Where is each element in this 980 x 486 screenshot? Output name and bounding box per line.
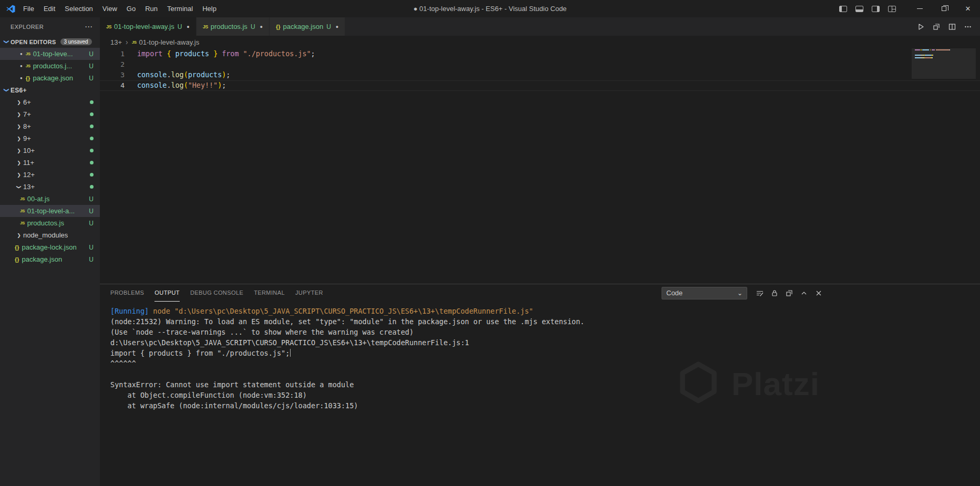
git-untracked-badge: U (178, 23, 182, 30)
run-code-button[interactable] (916, 22, 925, 32)
line-number: 2 (100, 59, 125, 70)
output-line: d:\Users\pc\Desktop\5_JAVA_SCRIPT\CURSO_… (110, 337, 980, 348)
folder-name: 9+ (23, 135, 31, 142)
clear-output-icon[interactable] (754, 287, 766, 299)
explorer-more-actions-icon[interactable]: ⋯ (85, 22, 92, 32)
close-button[interactable]: ✕ (956, 0, 980, 17)
tree-folder-6+[interactable]: ❯6+ (0, 96, 100, 108)
window-title: ● 01-top-level-away.js - ES6+ - Visual S… (414, 5, 567, 13)
close-panel-icon[interactable] (812, 287, 825, 299)
menu-edit[interactable]: Edit (39, 0, 60, 17)
output-line: (Use `node --trace-warnings ...` to show… (110, 327, 980, 337)
modified-dot-icon[interactable]: ● (20, 64, 23, 68)
tree-folder-13+[interactable]: ❯13+ (0, 181, 100, 193)
minimap-slider[interactable] (912, 48, 976, 79)
file-name: 00-at.js (27, 195, 50, 203)
explorer-title: EXPLORER (11, 24, 44, 30)
toggle-secondary-sidebar-icon[interactable] (872, 6, 880, 12)
tree-file-01-top-level-a...[interactable]: JS01-top-level-a...U (0, 205, 100, 217)
git-changes-dot (90, 185, 94, 189)
workspace-section-header[interactable]: ❯ ES6+ (0, 84, 100, 96)
panel-actions: Code ⌄ (662, 287, 825, 299)
git-untracked-badge: U (89, 220, 94, 227)
code-editor[interactable]: 1import { products } from "./productos.j… (100, 48, 980, 284)
tree-folder-8+[interactable]: ❯8+ (0, 120, 100, 132)
panel-tab-terminal[interactable]: TERMINAL (254, 284, 285, 302)
menu-terminal[interactable]: Terminal (162, 0, 198, 17)
folder-name: 6+ (23, 98, 31, 106)
open-changes-icon[interactable] (932, 22, 941, 32)
js-file-icon: JS (106, 24, 111, 29)
git-untracked-badge: U (89, 195, 94, 203)
output-line: ^^^^^^ (110, 358, 980, 369)
js-file-icon: JS (20, 221, 25, 225)
layout-controls (839, 6, 896, 12)
tree-folder-node_modules[interactable]: ❯node_modules (0, 229, 100, 241)
chevron-down-icon: ❯ (4, 86, 9, 95)
menu-run[interactable]: Run (140, 0, 162, 17)
tab-01-top-level-away.js[interactable]: JS01-top-level-away.jsU● (100, 17, 197, 36)
tree-file-package.json[interactable]: {}package.jsonU (0, 253, 100, 265)
split-editor-icon[interactable] (947, 22, 957, 32)
git-untracked-badge: U (89, 256, 94, 263)
output-channel-select[interactable]: Code ⌄ (662, 287, 747, 299)
chevron-right-icon: ❯ (15, 112, 23, 117)
chevron-right-icon: ❯ (15, 124, 23, 129)
tab-label: package.json (283, 23, 324, 30)
toggle-sidebar-icon[interactable] (839, 6, 847, 12)
modified-dot-icon[interactable]: ● (260, 24, 263, 29)
menu-go[interactable]: Go (122, 0, 140, 17)
git-untracked-badge: U (89, 244, 94, 251)
code-line: 2 (100, 59, 980, 70)
panel-tab-problems[interactable]: PROBLEMS (110, 284, 144, 302)
explorer-sidebar: EXPLORER ⋯ ❯ OPEN EDITORS 3 unsaved ●JS0… (0, 17, 100, 486)
tree-folder-11+[interactable]: ❯11+ (0, 157, 100, 169)
tab-package.json[interactable]: {}package.jsonU● (270, 17, 345, 36)
output-line: [Running] node "d:\Users\pc\Desktop\5_JA… (110, 306, 980, 316)
menu-file[interactable]: File (18, 0, 39, 17)
maximize-panel-icon[interactable] (798, 287, 810, 299)
more-actions-icon[interactable] (963, 22, 973, 32)
code-lines: 1import { products } from "./productos.j… (100, 49, 980, 91)
lock-autoscroll-icon[interactable] (768, 287, 781, 299)
code-text: import { products } from "./productos.js… (137, 49, 315, 59)
breadcrumb-folder[interactable]: 13+ (110, 38, 122, 46)
breadcrumb-file[interactable]: 01-top-level-away.js (139, 38, 200, 46)
minimap[interactable] (915, 49, 973, 60)
git-changes-dot (90, 125, 94, 128)
menu-bar: FileEditSelectionViewGoRunTerminalHelp (18, 0, 221, 17)
open-output-in-editor-icon[interactable] (783, 287, 796, 299)
toggle-panel-icon[interactable] (855, 6, 863, 12)
restore-button[interactable] (932, 0, 956, 17)
tree-folder-12+[interactable]: ❯12+ (0, 169, 100, 181)
open-editor-item[interactable]: ●JS01-top-leve...U (0, 48, 100, 60)
modified-dot-icon[interactable]: ● (20, 51, 23, 56)
panel-tab-debug-console[interactable]: DEBUG CONSOLE (190, 284, 243, 302)
output-line: at wrapSafe (node:internal/modules/cjs/l… (110, 400, 980, 411)
open-editor-item[interactable]: ●{}package.jsonU (0, 72, 100, 84)
tree-folder-9+[interactable]: ❯9+ (0, 132, 100, 144)
modified-dot-icon[interactable]: ● (20, 76, 23, 80)
modified-dot-icon[interactable]: ● (336, 24, 338, 29)
git-untracked-badge: U (89, 75, 94, 82)
panel-tab-output[interactable]: OUTPUT (154, 284, 180, 302)
modified-dot-icon[interactable]: ● (187, 24, 189, 29)
open-editor-item[interactable]: ●JSproductos.j...U (0, 60, 100, 72)
output-console[interactable]: [Running] node "d:\Users\pc\Desktop\5_JA… (100, 302, 980, 486)
panel-tab-jupyter[interactable]: JUPYTER (295, 284, 323, 302)
menu-view[interactable]: View (98, 0, 122, 17)
minimize-button[interactable] (907, 0, 932, 17)
open-editors-label: OPEN EDITORS (11, 39, 56, 45)
tree-file-productos.js[interactable]: JSproductos.jsU (0, 217, 100, 229)
tree-file-00-at.js[interactable]: JS00-at.jsU (0, 193, 100, 205)
tab-productos.js[interactable]: JSproductos.jsU● (197, 17, 270, 36)
customize-layout-icon[interactable] (888, 6, 896, 12)
open-editors-section-header[interactable]: ❯ OPEN EDITORS 3 unsaved (0, 36, 100, 48)
bottom-panel: PROBLEMSOUTPUTDEBUG CONSOLETERMINALJUPYT… (100, 284, 980, 486)
menu-selection[interactable]: Selection (60, 0, 97, 17)
tree-folder-7+[interactable]: ❯7+ (0, 108, 100, 120)
menu-help[interactable]: Help (198, 0, 221, 17)
tree-file-package-lock.json[interactable]: {}package-lock.jsonU (0, 241, 100, 253)
code-text: console.log(products); (137, 70, 230, 80)
tree-folder-10+[interactable]: ❯10+ (0, 144, 100, 157)
